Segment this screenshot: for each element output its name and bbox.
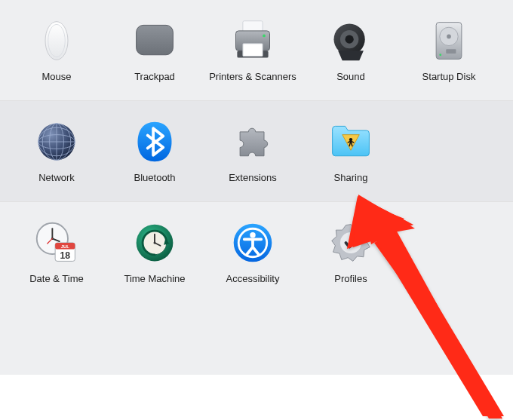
- accessibility-prefpane[interactable]: Accessibility: [204, 214, 302, 284]
- mouse-prefpane[interactable]: Mouse: [8, 12, 106, 82]
- startup-disk-label: Startup Disk: [422, 71, 476, 82]
- sound-prefpane[interactable]: Sound: [302, 12, 400, 82]
- profiles-label: Profiles: [334, 273, 367, 284]
- trackpad-label: Trackpad: [134, 71, 175, 82]
- mouse-label: Mouse: [41, 71, 71, 82]
- time-machine-label: Time Machine: [124, 273, 185, 284]
- sharing-prefpane[interactable]: Sharing: [302, 113, 400, 183]
- globe-icon: [32, 118, 81, 166]
- hdd-icon: [425, 17, 473, 65]
- time-machine-icon: [131, 219, 179, 267]
- network-prefpane[interactable]: Network: [8, 113, 106, 183]
- sharing-label: Sharing: [334, 172, 368, 183]
- trackpad-prefpane[interactable]: Trackpad: [106, 12, 204, 82]
- extensions-label: Extensions: [229, 172, 277, 183]
- clock-cal-icon: [32, 219, 81, 267]
- prefs-row-1: Mouse Trackpad Printers & Scanners Sound…: [0, 0, 513, 100]
- date-time-prefpane[interactable]: Date & Time: [8, 214, 106, 284]
- system-preferences-panel: Mouse Trackpad Printers & Scanners Sound…: [0, 0, 513, 420]
- date-time-label: Date & Time: [29, 273, 84, 284]
- accessibility-icon: [229, 219, 277, 267]
- extensions-prefpane[interactable]: Extensions: [204, 113, 302, 183]
- prefs-row-2: Network Bluetooth Extensions Sharing: [0, 101, 513, 201]
- sound-label: Sound: [336, 71, 365, 82]
- trackpad-icon: [131, 17, 179, 65]
- printers-scanners-label: Printers & Scanners: [209, 71, 296, 82]
- printer-icon: [229, 17, 277, 65]
- prefs-row-3: Date & Time Time Machine Accessibility P…: [0, 202, 513, 375]
- bluetooth-label: Bluetooth: [134, 172, 176, 183]
- time-machine-prefpane[interactable]: Time Machine: [106, 214, 204, 284]
- profiles-icon: [327, 219, 375, 267]
- network-label: Network: [38, 172, 75, 183]
- sharing-icon: [327, 118, 375, 166]
- startup-disk-prefpane[interactable]: Startup Disk: [400, 12, 498, 82]
- printers-scanners-prefpane[interactable]: Printers & Scanners: [204, 12, 302, 82]
- accessibility-label: Accessibility: [226, 273, 280, 284]
- bluetooth-prefpane[interactable]: Bluetooth: [106, 113, 204, 183]
- puzzle-icon: [229, 118, 277, 166]
- mouse-icon: [32, 17, 81, 65]
- profiles-prefpane[interactable]: Profiles: [302, 214, 400, 284]
- bluetooth-icon: [131, 118, 179, 166]
- speaker-icon: [327, 17, 375, 65]
